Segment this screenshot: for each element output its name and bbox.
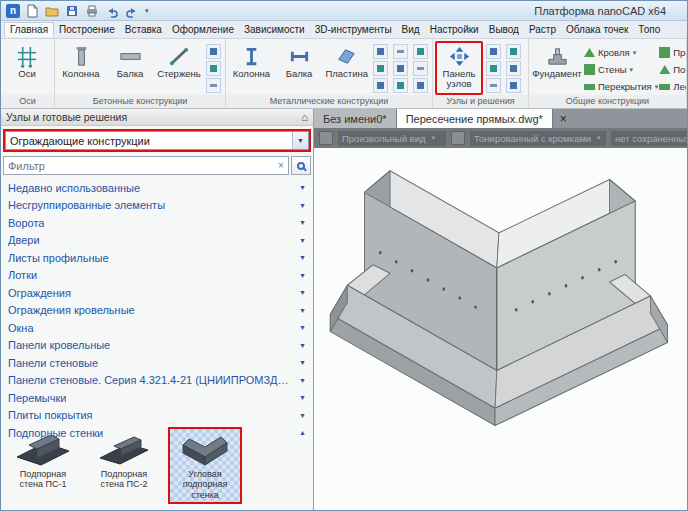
category-dropdown[interactable]: Ограждающие конструкции ▼: [5, 131, 309, 150]
search-button[interactable]: [291, 156, 311, 175]
filter-input[interactable]: [4, 160, 274, 172]
tree-item[interactable]: Двери▼: [1, 232, 313, 250]
tree-item[interactable]: Панели стеновые. Серия 4.321.4-21 (ЦНИИП…: [1, 372, 313, 390]
print-icon[interactable]: [83, 3, 100, 19]
chevron-down-icon[interactable]: ▼: [295, 342, 306, 349]
menu-tab-settings[interactable]: Настройки: [425, 23, 484, 36]
card-ps2[interactable]: Подпорная стена ПС-2: [87, 427, 161, 494]
close-tab-icon[interactable]: ×: [553, 109, 574, 128]
nodes-tool-icon-5[interactable]: [506, 61, 521, 76]
chevron-down-icon[interactable]: ▼: [292, 132, 308, 149]
menu-tab-topo[interactable]: Топо: [633, 23, 665, 36]
tree-item[interactable]: Ворота▼: [1, 214, 313, 232]
chevron-down-icon[interactable]: ▼: [295, 377, 306, 384]
tree-item[interactable]: Недавно использованные▼: [1, 179, 313, 197]
tree-item[interactable]: Ограждения▼: [1, 284, 313, 302]
drawing-canvas[interactable]: [314, 148, 687, 510]
tree-item[interactable]: Панели кровельные▼: [1, 337, 313, 355]
chevron-down-icon[interactable]: ▼: [295, 289, 306, 296]
concrete-tool-icon-2[interactable]: [206, 61, 221, 76]
floors-button[interactable]: Перекрытия ▾: [584, 78, 658, 95]
clear-filter-icon[interactable]: ×: [274, 160, 288, 171]
tree-item[interactable]: Листы профильные▼: [1, 249, 313, 267]
tree-item[interactable]: Панели стеновые▼: [1, 354, 313, 372]
concrete-tool-icon-1[interactable]: [206, 44, 221, 59]
undo-icon[interactable]: [103, 3, 120, 19]
card-ps1[interactable]: Подпорная стена ПС-1: [6, 427, 80, 494]
view-orientation-dropdown[interactable]: Произвольный вид ▾: [338, 131, 446, 146]
nodes-tool-icon-1[interactable]: [486, 44, 501, 59]
chevron-up-icon[interactable]: ▲: [295, 429, 306, 436]
view-cube-icon[interactable]: [319, 131, 333, 145]
truncated-button-1[interactable]: Про: [659, 44, 687, 61]
metal-tool-icon-9[interactable]: [413, 78, 428, 93]
roof-button[interactable]: Кровля ▾: [584, 44, 658, 61]
truncated-button-2[interactable]: Пом: [659, 61, 687, 78]
corner-retaining-wall-model[interactable]: [326, 160, 671, 432]
nodes-tool-icon-2[interactable]: [486, 61, 501, 76]
tree-item[interactable]: Перемычки▼: [1, 389, 313, 407]
tree-item[interactable]: Несгруппированные элементы▼: [1, 197, 313, 215]
menu-tab-format[interactable]: Оформление: [167, 23, 239, 36]
metal-plate-button[interactable]: Пластина: [323, 41, 370, 95]
menu-tab-main[interactable]: Главная: [4, 22, 54, 37]
metal-tool-icon-7[interactable]: [413, 44, 428, 59]
nodes-tool-icon-3[interactable]: [486, 78, 501, 93]
concrete-column-button[interactable]: Колонна: [57, 41, 105, 95]
toolbar-options-chevron-icon[interactable]: ▾: [143, 7, 151, 15]
metal-tool-icon-4[interactable]: [393, 44, 408, 59]
chevron-down-icon[interactable]: ▼: [295, 359, 306, 366]
tree-item[interactable]: Плиты покрытия▼: [1, 407, 313, 425]
concrete-rod-button[interactable]: Стержень: [155, 41, 203, 95]
app-icon[interactable]: n: [6, 4, 20, 18]
chevron-down-icon[interactable]: ▼: [295, 184, 306, 191]
metal-column-button[interactable]: Колонна: [228, 41, 275, 95]
menu-tab-3d-tools[interactable]: 3D-инструменты: [310, 23, 397, 36]
metal-tool-icon-5[interactable]: [393, 61, 408, 76]
home-icon[interactable]: ⌂: [301, 111, 308, 123]
metal-tool-icon-2[interactable]: [373, 61, 388, 76]
nodes-panel-button[interactable]: Панель узлов: [435, 41, 483, 95]
visual-style-dropdown[interactable]: Тонированный с кромками ▾: [470, 131, 606, 146]
nodes-tool-icon-6[interactable]: [506, 78, 521, 93]
tree-item[interactable]: Ограждения кровельные▼: [1, 302, 313, 320]
metal-tool-icon-1[interactable]: [373, 44, 388, 59]
chevron-down-icon[interactable]: ▼: [295, 272, 306, 279]
menu-tab-raster[interactable]: Растр: [524, 23, 561, 36]
chevron-down-icon[interactable]: ▼: [295, 254, 306, 261]
metal-tool-icon-6[interactable]: [393, 78, 408, 93]
truncated-button-3[interactable]: Лест: [659, 78, 687, 95]
walls-button[interactable]: Стены ▾: [584, 61, 658, 78]
metal-beam-button[interactable]: Балка: [276, 41, 323, 95]
card-corner-wall[interactable]: Угловая подпорная стенка: [168, 427, 242, 504]
chevron-down-icon[interactable]: ▼: [295, 324, 306, 331]
chevron-down-icon[interactable]: ▼: [295, 307, 306, 314]
visual-style-icon[interactable]: [451, 131, 465, 145]
concrete-tool-icon-3[interactable]: [206, 78, 221, 93]
open-folder-icon[interactable]: [43, 3, 60, 19]
tree-item[interactable]: Лотки▼: [1, 267, 313, 285]
menu-tab-view[interactable]: Вид: [397, 23, 425, 36]
chevron-down-icon[interactable]: ▼: [295, 394, 306, 401]
redo-icon[interactable]: [123, 3, 140, 19]
menu-tab-constraints[interactable]: Зависимости: [239, 23, 310, 36]
chevron-down-icon[interactable]: ▼: [295, 202, 306, 209]
chevron-down-icon[interactable]: ▼: [295, 219, 306, 226]
axes-button[interactable]: Оси: [3, 41, 51, 95]
metal-tool-icon-3[interactable]: [373, 78, 388, 93]
menu-tab-insert[interactable]: Вставка: [120, 23, 167, 36]
tree-item[interactable]: Окна▼: [1, 319, 313, 337]
metal-tool-icon-8[interactable]: [413, 61, 428, 76]
new-file-icon[interactable]: [23, 3, 40, 19]
menu-tab-point-clouds[interactable]: Облака точек: [561, 23, 633, 36]
foundation-button[interactable]: Фундамент: [531, 41, 583, 95]
doc-tab-active[interactable]: Пересечение прямых.dwg*: [397, 109, 553, 128]
concrete-beam-button[interactable]: Балка: [106, 41, 154, 95]
doc-tab-unnamed[interactable]: Без имени0*: [314, 109, 397, 128]
menu-tab-output[interactable]: Вывод: [484, 23, 524, 36]
chevron-down-icon[interactable]: ▼: [295, 412, 306, 419]
save-icon[interactable]: [63, 3, 80, 19]
nodes-tool-icon-4[interactable]: [506, 44, 521, 59]
saved-views-dropdown[interactable]: нет сохраненных видов ▾: [611, 131, 687, 146]
menu-tab-draw[interactable]: Построение: [54, 23, 120, 36]
